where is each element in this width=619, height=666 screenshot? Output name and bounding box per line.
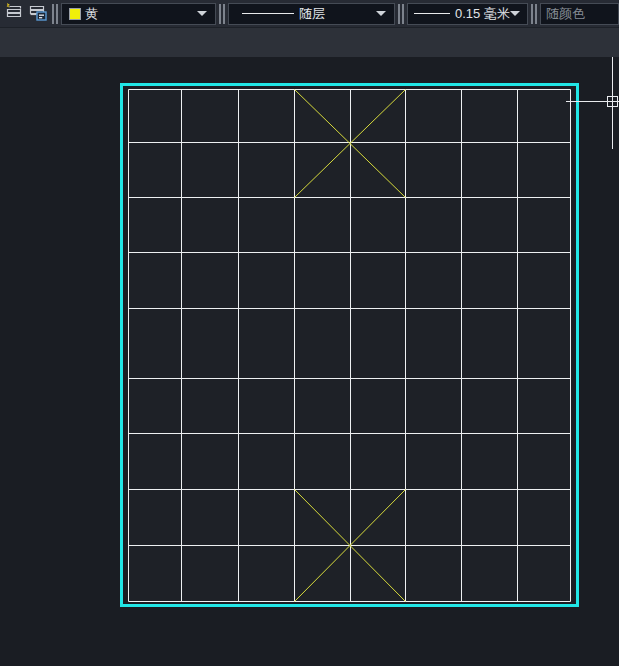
toolbar-spacer-band [0,28,619,57]
chevron-down-icon[interactable] [376,11,386,16]
linetype-select-value: 随层 [299,5,325,23]
toolbar-separator [52,4,58,24]
color-select-value: 黄 [85,5,98,23]
toolbar-separator [398,4,404,24]
layers-stack-sparkle-icon [5,2,24,25]
chevron-down-icon[interactable] [197,11,207,16]
linetype-select[interactable]: 随层 [228,3,395,25]
plotstyle-select: 随颜色 [540,3,619,25]
toolbar-separator [531,4,537,24]
board-interior [129,90,571,602]
layer-properties-manager-button[interactable] [3,2,26,26]
linetype-sample-icon [242,13,294,14]
lineweight-sample-icon [414,13,450,14]
lineweight-select-value: 0.15 毫米 [455,5,510,23]
chevron-down-icon[interactable] [510,11,520,16]
model-space[interactable] [0,57,619,666]
layer-properties-toolbar: 黄 随层 0.15 毫米 随颜色 [0,0,619,28]
toolbar-separator [219,4,225,24]
color-select[interactable]: 黄 [61,3,216,25]
lineweight-select[interactable]: 0.15 毫米 [407,3,528,25]
drawing-canvas[interactable] [0,57,619,666]
layers-stack-dialog-icon [28,2,48,25]
layer-states-button[interactable] [26,2,49,26]
plotstyle-select-value: 随颜色 [546,5,585,23]
color-swatch-yellow [69,8,81,20]
